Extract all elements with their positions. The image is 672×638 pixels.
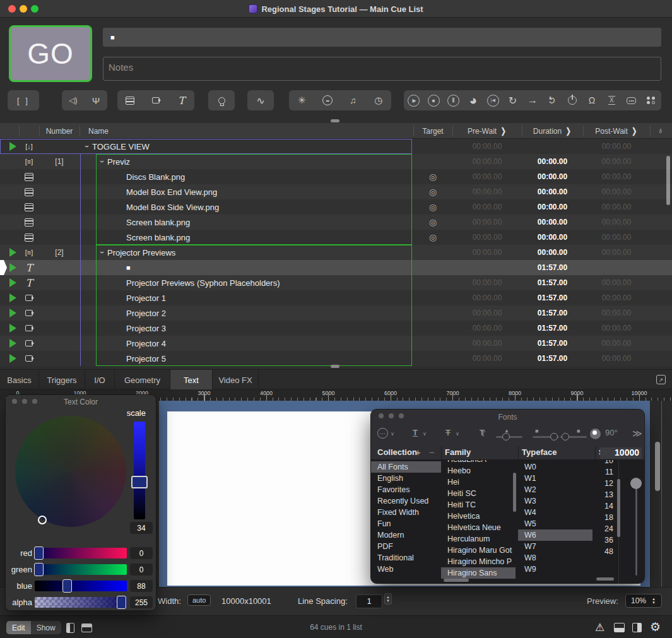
typeface-item[interactable]: W2 — [518, 484, 592, 495]
cue-row[interactable]: [↓]›TOGGLE VIEW00:00.0000:00.00 — [0, 139, 672, 154]
size-slider-knob[interactable] — [630, 478, 642, 489]
shadow-blur-slider[interactable]: ■ — [533, 436, 559, 438]
size-item[interactable]: 14 — [595, 500, 618, 512]
green-slider[interactable] — [35, 564, 127, 575]
chat-icon[interactable]: ••• — [623, 92, 640, 109]
cue-row[interactable]: [≡][1]›Previz00:00.0000:00.0000:00.00 — [0, 154, 672, 169]
collection-item[interactable]: Web — [371, 564, 441, 575]
green-value[interactable]: 0 — [130, 564, 153, 576]
duck-icon[interactable]: Ω — [584, 92, 600, 109]
collection-item[interactable]: All Fonts — [371, 461, 441, 473]
alpha-slider[interactable] — [35, 597, 127, 608]
splitter-handle-top[interactable] — [331, 119, 339, 122]
collection-item[interactable]: PDF — [371, 541, 441, 552]
duration-expand-icon[interactable]: ❭ — [565, 126, 572, 136]
postwait-expand-icon[interactable]: ❭ — [631, 126, 638, 136]
typeface-item[interactable]: W3 — [518, 495, 592, 507]
pause-icon[interactable]: Ⅱ — [445, 92, 461, 109]
collection-item[interactable]: Fun — [371, 518, 441, 529]
disclosure-icon[interactable]: › — [98, 251, 107, 254]
alpha-value[interactable]: 255 — [130, 596, 153, 608]
shadow-offset-slider[interactable]: ■ — [560, 436, 587, 438]
column-target[interactable]: Target — [413, 123, 452, 139]
size-item[interactable]: 24 — [595, 523, 618, 535]
cue-name-field[interactable]: ■ — [103, 28, 661, 47]
family-item[interactable]: Hiragino Maru Got — [441, 545, 516, 556]
fade-icon[interactable]: ∿ — [252, 92, 269, 109]
size-field[interactable]: 10000 — [600, 447, 642, 459]
reset-icon[interactable]: ↻ — [505, 92, 521, 109]
actions-chevron-icon[interactable]: ∨ — [391, 431, 394, 437]
alpha-slider-handle[interactable] — [117, 596, 126, 609]
family-item[interactable]: Heiti TC — [441, 499, 516, 511]
panic-icon[interactable] — [564, 92, 581, 109]
shadow-opacity-slider[interactable]: ▲ — [496, 436, 522, 438]
typeface-item[interactable]: W7 — [518, 541, 592, 552]
cue-row[interactable]: Discs Blank.png◎00:00.0000:00.0000:00.00 — [0, 169, 672, 184]
red-slider[interactable] — [35, 548, 127, 558]
column-name[interactable]: Name — [88, 123, 126, 139]
cue-row[interactable]: Projector 300:00.0001:57.0000:00.00 — [0, 321, 672, 336]
light-column-icon[interactable]: ♀ — [650, 123, 671, 139]
cue-row[interactable]: Projector 200:00.0001:57.0000:00.00 — [0, 305, 672, 321]
warning-icon[interactable]: ⚠ — [595, 621, 604, 634]
settings-gear-icon[interactable]: ⚙ — [650, 620, 661, 634]
red-value[interactable]: 0 — [130, 547, 153, 559]
family-item[interactable]: Heebo — [441, 465, 516, 476]
collection-item[interactable]: Fixed Width — [371, 507, 441, 518]
typeface-item[interactable]: W4 — [518, 507, 592, 518]
actions-menu-icon[interactable]: ⋯ — [377, 428, 388, 439]
size-item[interactable]: 10 — [595, 460, 618, 466]
family-item[interactable]: Helvetica Neue — [441, 522, 516, 533]
cue-row[interactable]: Screen blank.png◎00:00.0000:00.0000:00.0… — [0, 215, 672, 230]
popout-icon[interactable]: ↗ — [656, 375, 666, 384]
cue-row[interactable]: TProjector Previews (Syphon Placeholders… — [0, 275, 672, 290]
resume-icon[interactable]: → — [524, 92, 541, 109]
wait-icon[interactable]: X — [603, 92, 620, 109]
strikethrough-icon[interactable]: T — [445, 428, 451, 437]
stop-icon[interactable]: ■ — [425, 92, 442, 109]
collection-item[interactable]: Traditional — [371, 552, 441, 564]
family-item[interactable]: Hiragino Sans — [441, 567, 516, 579]
bottom-panel-icon[interactable] — [614, 623, 625, 632]
collection-item[interactable]: Modern — [371, 529, 441, 541]
typeface-item[interactable]: W9 — [518, 564, 592, 575]
typeface-item[interactable]: W6 — [518, 529, 592, 541]
typeface-item[interactable]: W8 — [518, 552, 592, 564]
add-collection-icon[interactable]: + — [415, 447, 421, 458]
column-prewait[interactable]: Pre-Wait❭ — [452, 123, 522, 139]
music-icon[interactable]: ♫ — [345, 92, 361, 109]
video-icon[interactable] — [122, 92, 138, 109]
collection-item[interactable]: Recently Used — [371, 495, 441, 507]
color-wheel[interactable] — [15, 416, 126, 527]
go-button[interactable]: GO — [9, 25, 92, 82]
size-scrollbar[interactable] — [617, 479, 620, 537]
line-spacing-field[interactable]: 1 — [356, 594, 382, 608]
width-auto-button[interactable]: auto — [187, 594, 211, 606]
underline-chevron-icon[interactable]: ∨ — [423, 431, 427, 437]
collection-item[interactable]: English — [371, 473, 441, 484]
start-icon[interactable]: ▶ — [406, 92, 422, 109]
tab-basics[interactable]: Basics — [0, 370, 39, 390]
cue-row[interactable]: [≡][2]›Projector Previews00:00.0000:00.0… — [0, 245, 672, 260]
cue-row[interactable]: Screen blank.png◎00:00.0000:00.0000:00.0… — [0, 230, 672, 245]
size-item[interactable]: 13 — [595, 489, 618, 500]
preview-select[interactable]: 10% ▲▼ — [625, 594, 662, 608]
cue-row[interactable]: Model Box End View.png◎00:00.0000:00.000… — [0, 184, 672, 199]
audio-icon[interactable]: ◁) — [65, 92, 81, 109]
column-postwait[interactable]: Post-Wait❭ — [583, 123, 650, 139]
prewait-expand-icon[interactable]: ❭ — [500, 126, 507, 136]
green-slider-handle[interactable] — [34, 563, 44, 576]
family-item[interactable]: HeadLineA — [441, 460, 516, 465]
blue-value[interactable]: 88 — [130, 580, 153, 592]
cue-list-scrollbar[interactable] — [666, 156, 670, 205]
splitter-handle-bottom[interactable] — [331, 365, 339, 368]
midi-icon[interactable]: ••• — [319, 92, 336, 109]
collection-item[interactable]: Favorites — [371, 484, 441, 495]
cue-row[interactable]: Projector 100:00.0001:57.0000:00.00 — [0, 290, 672, 305]
cart-icon[interactable] — [643, 92, 659, 109]
group-mode-icon[interactable]: [ ] — [15, 92, 32, 109]
canvas-scrollbar[interactable] — [655, 442, 660, 491]
blue-slider-handle[interactable] — [62, 579, 72, 593]
disclosure-icon[interactable]: › — [83, 145, 91, 148]
